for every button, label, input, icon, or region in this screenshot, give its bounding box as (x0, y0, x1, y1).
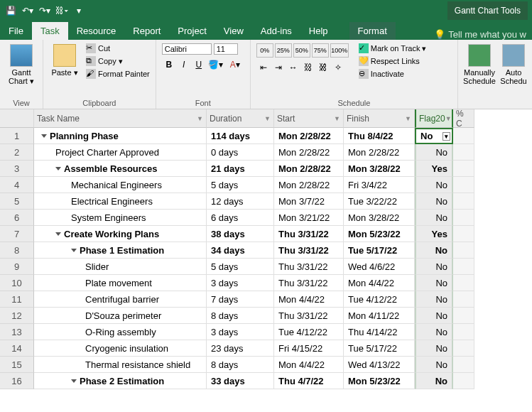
save-icon[interactable]: 💾 (4, 4, 17, 17)
finish-cell[interactable]: Wed 4/6/22 (344, 259, 415, 275)
col-header-taskname[interactable]: Task Name▼ (34, 109, 207, 128)
row-header[interactable]: 7 (0, 226, 34, 242)
percent-cell[interactable] (453, 308, 474, 324)
flag-cell[interactable]: No (415, 242, 453, 259)
dropdown-icon[interactable]: ▾ (443, 132, 450, 141)
percent-0-button[interactable]: 0% (256, 43, 273, 58)
row-header[interactable]: 13 (0, 324, 34, 340)
start-cell[interactable]: Thu 3/31/22 (274, 308, 344, 324)
col-header-start[interactable]: Start▼ (274, 109, 344, 128)
start-cell[interactable]: Mon 3/7/22 (274, 193, 344, 210)
duration-cell[interactable]: 33 days (207, 373, 274, 389)
tab-report[interactable]: Report (124, 22, 169, 40)
flag-cell[interactable]: No (415, 144, 453, 161)
qat-customize-icon[interactable]: ▾ (72, 4, 85, 17)
percent-50-button[interactable]: 50% (293, 43, 310, 58)
finish-cell[interactable]: Mon 4/11/22 (344, 308, 415, 324)
move-button[interactable]: ↔ (286, 60, 300, 75)
row-header[interactable]: 5 (0, 193, 34, 210)
percent-cell[interactable] (453, 324, 474, 340)
finish-cell[interactable]: Wed 4/13/22 (344, 357, 415, 373)
task-name-cell[interactable]: Planning Phase (34, 128, 207, 144)
tab-view[interactable]: View (215, 22, 252, 40)
manually-schedule-button[interactable]: Manually Schedule (462, 43, 496, 87)
finish-cell[interactable]: Tue 3/22/22 (344, 193, 415, 210)
duration-cell[interactable]: 8 days (207, 308, 274, 324)
tab-task[interactable]: Task (32, 22, 68, 40)
percent-cell[interactable] (453, 177, 474, 193)
finish-cell[interactable]: Tue 4/12/22 (344, 291, 415, 308)
finish-cell[interactable]: Mon 5/23/22 (344, 226, 415, 242)
row-header[interactable]: 4 (0, 177, 34, 193)
row-header[interactable]: 10 (0, 275, 34, 291)
tab-format[interactable]: Format (349, 22, 396, 40)
undo-icon[interactable]: ↶▾ (21, 4, 34, 17)
col-header-flag[interactable]: Flag20▼ (415, 109, 453, 128)
row-header[interactable]: 15 (0, 357, 34, 373)
percent-cell[interactable] (453, 226, 474, 242)
col-header-duration[interactable]: Duration▼ (207, 109, 274, 128)
col-header-blank[interactable] (0, 109, 34, 128)
outline-toggle-icon[interactable] (55, 167, 61, 170)
duration-cell[interactable]: 0 days (207, 144, 274, 161)
percent-cell[interactable] (453, 193, 474, 210)
task-name-cell[interactable]: Project Charter Approved (34, 144, 207, 161)
task-name-cell[interactable]: Electrical Engineers (34, 193, 207, 210)
start-cell[interactable]: Fri 4/15/22 (274, 340, 344, 357)
gantt-chart-button[interactable]: Gantt Chart ▾ (4, 43, 38, 87)
font-face-select[interactable]: Calibri (162, 43, 212, 55)
flag-cell[interactable]: No (415, 193, 453, 210)
percent-75-button[interactable]: 75% (312, 43, 329, 58)
finish-cell[interactable]: Mon 4/4/22 (344, 275, 415, 291)
percent-cell[interactable] (453, 210, 474, 226)
percent-cell[interactable] (453, 373, 474, 389)
task-name-cell[interactable]: Phase 2 Estimation (34, 373, 207, 389)
flag-cell[interactable]: No (415, 177, 453, 193)
percent-cell[interactable] (453, 128, 474, 144)
duration-cell[interactable]: 23 days (207, 340, 274, 357)
finish-cell[interactable]: Thu 4/14/22 (344, 324, 415, 340)
mark-on-track-button[interactable]: ✓Mark on Track ▾ (357, 43, 428, 54)
auto-schedule-button[interactable]: Auto Schedu (499, 43, 528, 87)
duration-cell[interactable]: 3 days (207, 324, 274, 340)
finish-cell[interactable]: Tue 5/17/22 (344, 340, 415, 357)
percent-cell[interactable] (453, 259, 474, 275)
flag-cell[interactable]: No (415, 275, 453, 291)
task-name-cell[interactable]: D'Souza perimeter (34, 308, 207, 324)
tab-file[interactable]: File (0, 22, 32, 40)
duration-cell[interactable]: 5 days (207, 177, 274, 193)
duration-cell[interactable]: 114 days (207, 128, 274, 144)
split-task-button[interactable]: ✧ (331, 60, 345, 75)
outline-toggle-icon[interactable] (71, 249, 77, 252)
task-name-cell[interactable]: Assemble Resources (34, 161, 207, 177)
col-header-percent[interactable]: % C (453, 109, 474, 128)
percent-100-button[interactable]: 100% (330, 43, 349, 58)
row-header[interactable]: 9 (0, 259, 34, 275)
task-name-cell[interactable]: Thermal resistance shield (34, 357, 207, 373)
row-header[interactable]: 3 (0, 161, 34, 177)
format-painter-button[interactable]: 🖌Format Painter (85, 68, 151, 80)
finish-cell[interactable]: Mon 3/28/22 (344, 161, 415, 177)
task-name-cell[interactable]: Mechanical Engineers (34, 177, 207, 193)
task-name-cell[interactable]: Plate movement (34, 275, 207, 291)
flag-cell[interactable]: No▾ (415, 128, 453, 144)
duration-cell[interactable]: 21 days (207, 161, 274, 177)
outdent-button[interactable]: ⇤ (256, 60, 271, 75)
flag-cell[interactable]: No (415, 373, 453, 389)
start-cell[interactable]: Thu 3/31/22 (274, 259, 344, 275)
outline-toggle-icon[interactable] (71, 379, 77, 383)
outline-toggle-icon[interactable] (55, 232, 61, 236)
flag-cell[interactable]: No (415, 259, 453, 275)
finish-cell[interactable]: Mon 3/28/22 (344, 210, 415, 226)
flag-cell[interactable]: No (415, 210, 453, 226)
unlink-tasks-button[interactable]: ⛓̸ (316, 60, 330, 75)
paste-button[interactable]: Paste ▾ (48, 43, 82, 78)
percent-cell[interactable] (453, 340, 474, 357)
start-cell[interactable]: Mon 2/28/22 (274, 128, 344, 144)
duration-cell[interactable]: 3 days (207, 275, 274, 291)
duration-cell[interactable]: 8 days (207, 357, 274, 373)
task-name-cell[interactable]: Phase 1 Estimation (34, 242, 207, 259)
finish-cell[interactable]: Mon 2/28/22 (344, 144, 415, 161)
font-color-button[interactable]: A▾ (226, 58, 244, 72)
finish-cell[interactable]: Thu 8/4/22 (344, 128, 415, 144)
